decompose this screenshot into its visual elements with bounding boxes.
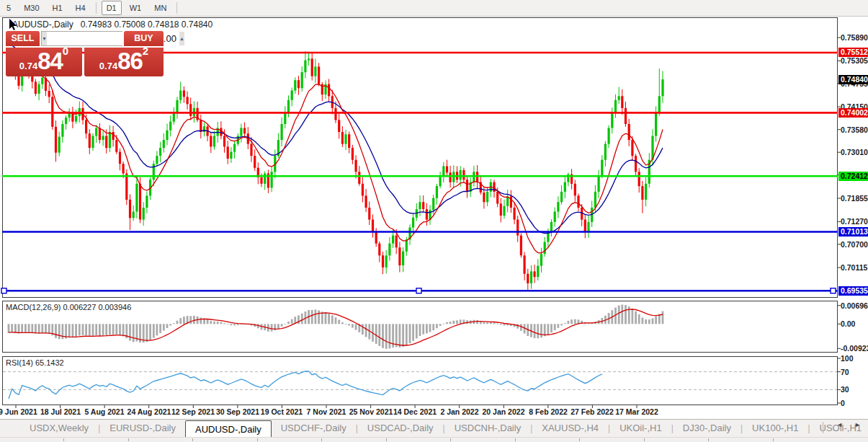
status-strip [0, 437, 868, 442]
volume-increase-button[interactable]: ▲ [179, 32, 184, 45]
strip-tick [321, 438, 322, 441]
strip-tick [644, 438, 645, 441]
price-axis-tick: 0.70700 [841, 240, 868, 249]
price-axis-tick: 0.73580 [841, 125, 868, 134]
toolbar-separator [176, 2, 177, 14]
strip-tick [257, 438, 258, 441]
timeframe-button-h4[interactable]: H4 [71, 1, 91, 15]
tab-scroll-left-icon[interactable]: ◄ [836, 421, 843, 428]
level-price-badge: 0.74002 [838, 108, 868, 118]
tab-audusd-daily[interactable]: AUDUSD-,Daily [185, 420, 272, 438]
timeframe-button-m30[interactable]: M30 [19, 1, 44, 15]
timeframe-button-mn[interactable]: MN [149, 1, 171, 15]
tab-ukoil-h1[interactable]: UKOil-,H1 [610, 420, 671, 437]
sell-price-prefix: 0.74 [19, 61, 37, 71]
macd-indicator-label: MACD(12,26,9) 0.006227 0.003946 [6, 303, 131, 311]
tab-dj30-daily[interactable]: DJ30-,Daily [674, 420, 741, 437]
timeframe-button-d1[interactable]: D1 [102, 1, 122, 15]
buy-price-box[interactable]: 0.74862 [84, 48, 164, 76]
toolbar-separator [96, 2, 97, 14]
macd-axis-tick: -0.00923 [841, 344, 868, 353]
price-axis-tick: 0.71855 [841, 194, 868, 203]
macd-axis-tick: 0.006964 [841, 301, 868, 310]
tab-xauusd-h4[interactable]: XAUUSD-,H4 [532, 420, 608, 437]
timeframe-toolbar: 5M30H1H4D1W1MN [0, 0, 868, 17]
strip-tick [128, 438, 129, 441]
tab-scroll-arrows: ◄ ► [836, 421, 861, 428]
buy-button[interactable]: BUY [124, 31, 164, 46]
price-axis-tick: 0.73010 [841, 148, 868, 156]
volume-spinner: ▼ ▲ [41, 31, 122, 46]
rsi-axis-tick: 100 [841, 354, 868, 363]
chart-tab-bar: USDX,Weekly|EURUSD-,DailyAUDUSD-,DailyUS… [0, 419, 868, 437]
tab-scroll-right-icon[interactable]: ► [854, 421, 861, 428]
strip-tick [63, 438, 64, 441]
strip-tick [773, 438, 774, 441]
strip-tick [386, 438, 387, 441]
price-axis-tick: 0.75305 [841, 56, 868, 65]
price-axis-tick: 0.71270 [841, 217, 868, 226]
tab-usdx-weekly[interactable]: USDX,Weekly [20, 420, 98, 437]
macd-axis-tick: 0.00 [841, 319, 868, 328]
sell-button[interactable]: SELL [6, 31, 40, 46]
strip-tick [579, 438, 580, 441]
strip-tick [192, 438, 193, 441]
level-price-badge: 0.72412 [838, 172, 868, 181]
level-price-badge: 0.71013 [838, 227, 868, 237]
buy-price-prefix: 0.74 [99, 61, 117, 71]
timeframe-button-w1[interactable]: W1 [125, 1, 147, 15]
strip-tick [515, 438, 516, 441]
level-selection-handle[interactable] [1, 288, 6, 293]
volume-decrease-button[interactable]: ▼ [42, 32, 47, 45]
rsi-axis-tick: 30 [841, 385, 868, 394]
strip-tick [708, 438, 709, 441]
tab-uk100-h1[interactable]: UK100-,H1 [743, 420, 807, 437]
level-price-badge: 0.69535 [838, 286, 868, 296]
buy-price-big: 86 [117, 48, 143, 74]
price-axis-tick: 0.75890 [841, 33, 868, 42]
tab-usdcnh-daily[interactable]: USDCNH-,Daily [445, 420, 530, 437]
mouse-cursor-icon [9, 19, 20, 30]
sell-price-sup: 0 [63, 45, 68, 57]
level-selection-handle[interactable] [831, 288, 836, 293]
tab-usdcad-daily[interactable]: USDCAD-,Daily [358, 420, 443, 437]
one-click-trading-panel: SELL ▼ ▲ BUY 0.74840 0.74862 [6, 31, 164, 76]
tab-usdchf-daily[interactable]: USDCHF-,Daily [272, 420, 356, 437]
level-selection-handle[interactable] [416, 288, 421, 293]
date-axis-label: 17 Mar 2022 [608, 407, 666, 416]
timeframe-button-h1[interactable]: H1 [48, 1, 68, 15]
tab-bar-divider [823, 422, 823, 433]
level-price-badge: 0.75512 [838, 48, 868, 57]
chart-title: AUDUSD-,Daily 0.74983 0.75008 0.74818 0.… [7, 19, 212, 30]
chart-ohlc-values: 0.74983 0.75008 0.74818 0.74840 [81, 19, 213, 30]
timeframe-button-5[interactable]: 5 [1, 1, 16, 15]
buy-price-sup: 2 [143, 45, 148, 57]
rsi-axis-tick: 0 [841, 399, 868, 407]
strip-tick [450, 438, 451, 441]
sell-price-big: 84 [37, 48, 63, 74]
price-axis-tick: 0.70115 [841, 263, 868, 272]
trade-panel-top-row: SELL ▼ ▲ BUY [6, 31, 164, 46]
rsi-indicator-label: RSI(14) 65.1432 [6, 358, 64, 367]
tab-eurusd-daily[interactable]: EURUSD-,Daily [100, 420, 185, 437]
current-price-badge: 0.74840 [838, 75, 868, 84]
sell-price-box[interactable]: 0.74840 [6, 48, 82, 76]
trading-terminal: 5M30H1H4D1W1MN AUDUSD-,Daily 0.74983 0.7… [0, 0, 868, 442]
chart-symbol-label: AUDUSD-,Daily [12, 19, 73, 30]
rsi-axis-tick: 70 [841, 368, 868, 376]
